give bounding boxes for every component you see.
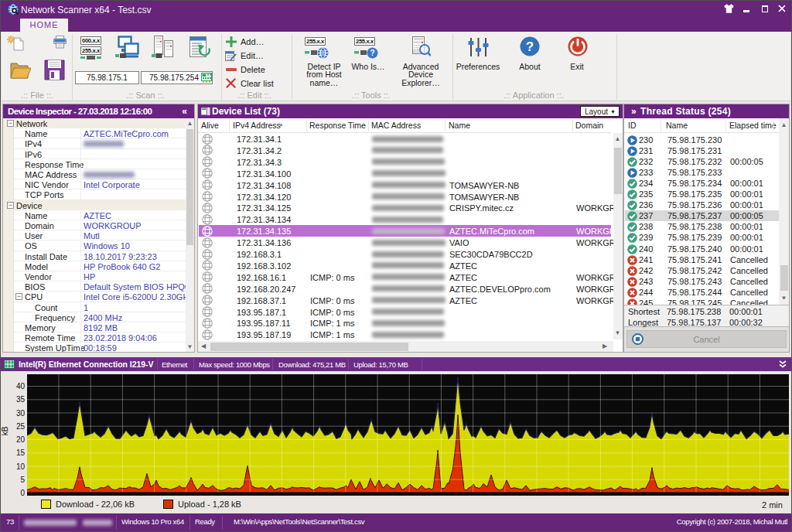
- svg-text:?: ?: [370, 49, 374, 57]
- svg-text:?: ?: [526, 39, 534, 54]
